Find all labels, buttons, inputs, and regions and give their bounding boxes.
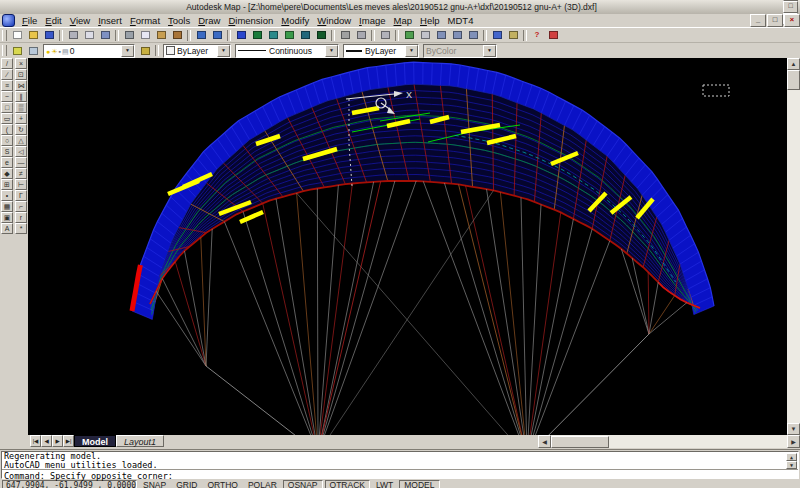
new-button[interactable] <box>9 28 25 42</box>
mdi-minimize-button[interactable]: _ <box>750 14 766 27</box>
vertical-scrollbar[interactable]: ▲ ▼ <box>787 58 800 435</box>
lengthen-button[interactable]: — <box>15 157 27 168</box>
mtext-button[interactable]: A <box>1 223 13 234</box>
construction-line-button[interactable]: ∕ <box>1 69 13 80</box>
menu-draw[interactable]: Draw <box>194 15 224 27</box>
open-button[interactable] <box>25 28 41 42</box>
stretch-button[interactable]: ◁ <box>15 146 27 157</box>
named-views-button[interactable] <box>377 28 393 42</box>
menu-modify[interactable]: Modify <box>277 15 313 27</box>
menu-image[interactable]: Image <box>355 15 389 27</box>
rectangle-button[interactable]: ▭ <box>1 113 13 124</box>
chamfer-button[interactable]: ⌐ <box>15 201 27 212</box>
zoom-window-button[interactable] <box>449 28 465 42</box>
hatch-button[interactable]: ▦ <box>1 201 13 212</box>
trim-button[interactable]: ≠ <box>15 168 27 179</box>
map-globe-1-button[interactable] <box>249 28 265 42</box>
color-combo[interactable]: ByLayer ▼ <box>163 44 231 58</box>
menu-format[interactable]: Format <box>126 15 164 27</box>
drawing-canvas[interactable]: X <box>28 58 787 435</box>
match-properties-button[interactable] <box>169 28 185 42</box>
scroll-down-icon[interactable]: ▼ <box>787 423 800 435</box>
line-button[interactable]: / <box>1 58 13 69</box>
tab-model[interactable]: Model <box>74 435 116 447</box>
map-globe-3-button[interactable] <box>281 28 297 42</box>
horizontal-scrollbar[interactable]: ◀ ▶ <box>538 435 800 448</box>
print-preview-button[interactable] <box>81 28 97 42</box>
toggle-osnap[interactable]: OSNAP <box>283 480 323 488</box>
menu-window[interactable]: Window <box>313 15 355 27</box>
scroll-up-icon[interactable]: ▲ <box>786 453 797 461</box>
break-button[interactable]: Γ <box>15 190 27 201</box>
circle-button[interactable]: ○ <box>1 135 13 146</box>
color-combo-arrow-icon[interactable]: ▼ <box>217 45 230 57</box>
make-object-layer-current-button[interactable] <box>137 44 153 58</box>
pan-button[interactable] <box>417 28 433 42</box>
menu-view[interactable]: View <box>66 15 94 27</box>
linetype-combo[interactable]: Continuous ▼ <box>235 44 339 58</box>
toggle-model[interactable]: MODEL <box>399 480 439 488</box>
menu-tools[interactable]: Tools <box>164 15 194 27</box>
toggle-grid[interactable]: GRID <box>172 481 201 488</box>
spline-button[interactable]: S <box>1 146 13 157</box>
copy-button[interactable] <box>137 28 153 42</box>
express-tools-button[interactable] <box>545 28 561 42</box>
copy-object-button[interactable]: ⊡ <box>15 69 27 80</box>
layout-wizard-button[interactable] <box>505 28 521 42</box>
layer-combo[interactable]: ●☀▪▤ 0 ▼ <box>43 44 135 58</box>
zoom-realtime-button[interactable] <box>433 28 449 42</box>
layers-dialog-button[interactable] <box>9 44 25 58</box>
help-button[interactable]: ? <box>529 28 545 42</box>
region-button[interactable]: ▣ <box>1 212 13 223</box>
point-button[interactable]: • <box>1 190 13 201</box>
redraw-button[interactable] <box>401 28 417 42</box>
multiline-button[interactable]: ≡ <box>1 80 13 91</box>
menu-mdt4[interactable]: MDT4 <box>444 15 478 27</box>
save-button[interactable] <box>41 28 57 42</box>
ellipse-button[interactable]: e <box>1 157 13 168</box>
scroll-down-icon[interactable]: ▼ <box>786 461 797 469</box>
scale-button[interactable]: △ <box>15 135 27 146</box>
menu-file[interactable]: File <box>18 15 41 27</box>
paste-button[interactable] <box>153 28 169 42</box>
move-button[interactable]: + <box>15 113 27 124</box>
print-button[interactable] <box>65 28 81 42</box>
tab-prev-button[interactable]: ◀ <box>41 435 52 447</box>
undo-button[interactable] <box>193 28 209 42</box>
scroll-right-icon[interactable]: ▶ <box>787 435 800 448</box>
maximize-button[interactable]: □ <box>783 1 798 13</box>
insert-block-button[interactable]: ◆ <box>1 168 13 179</box>
mdi-restore-button[interactable]: □ <box>767 14 783 27</box>
scroll-left-icon[interactable]: ◀ <box>538 435 551 448</box>
menu-edit[interactable]: Edit <box>41 15 65 27</box>
make-block-button[interactable]: ⊞ <box>1 179 13 190</box>
tab-last-button[interactable]: ▶| <box>63 435 74 447</box>
redo-button[interactable] <box>209 28 225 42</box>
fillet-button[interactable]: r <box>15 212 27 223</box>
tab-first-button[interactable]: |◀ <box>30 435 41 447</box>
toggle-lwt[interactable]: LWT <box>372 481 397 488</box>
toggle-ortho[interactable]: ORTHO <box>203 481 242 488</box>
vertical-scroll-track[interactable] <box>787 90 800 423</box>
toggle-snap[interactable]: SNAP <box>139 481 170 488</box>
menu-insert[interactable]: Insert <box>94 15 126 27</box>
toggle-otrack[interactable]: OTRACK <box>325 480 370 488</box>
horizontal-scroll-track[interactable] <box>609 436 787 448</box>
lineweight-combo[interactable]: ByLayer ▼ <box>343 44 419 58</box>
polygon-button[interactable]: □ <box>1 102 13 113</box>
command-line-inner[interactable]: Regenerating model. AutoCAD menu utiliti… <box>1 451 799 479</box>
command-scrollbar[interactable]: ▲ ▼ <box>786 453 797 470</box>
menu-help[interactable]: Help <box>416 15 444 27</box>
offset-button[interactable]: ∥ <box>15 91 27 102</box>
menu-dimension[interactable]: Dimension <box>224 15 277 27</box>
tab-next-button[interactable]: ▶ <box>52 435 63 447</box>
menu-map[interactable]: Map <box>390 15 417 27</box>
map-globe-2-button[interactable] <box>265 28 281 42</box>
sheet-button[interactable] <box>489 28 505 42</box>
extend-button[interactable]: ⊢ <box>15 179 27 190</box>
array-button[interactable]: ▒ <box>15 102 27 113</box>
arc-button[interactable]: ( <box>1 124 13 135</box>
vertical-scroll-thumb[interactable] <box>787 70 800 90</box>
mdi-close-button[interactable]: × <box>784 14 800 27</box>
mirror-button[interactable]: ⋈ <box>15 80 27 91</box>
